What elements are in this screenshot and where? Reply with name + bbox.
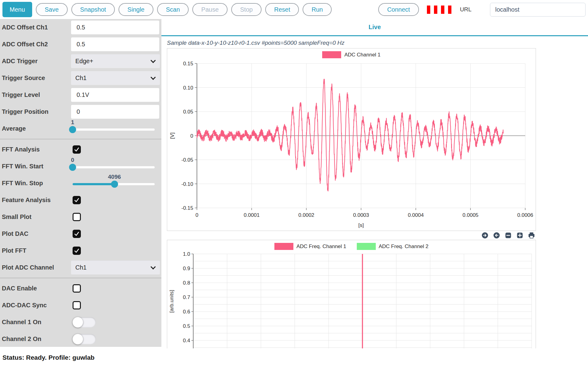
feature-analysis-checkbox[interactable] — [73, 196, 81, 204]
signal-bar-icon — [434, 6, 437, 14]
svg-text:0.0003: 0.0003 — [353, 212, 369, 218]
reset-button[interactable]: Reset — [265, 3, 299, 16]
section-divider — [0, 278, 161, 278]
setting-row: Channel 1 On — [0, 314, 161, 331]
channel2-on-label: Channel 2 On — [2, 335, 71, 343]
slider-thumb[interactable] — [111, 181, 118, 188]
svg-text:0.0001: 0.0001 — [244, 212, 260, 218]
connect-button[interactable]: Connect — [378, 3, 419, 16]
stop-button[interactable]: Stop — [231, 3, 262, 16]
fft-analysis-label: FFT Analysis — [2, 146, 71, 153]
connection-signal-bars-icon — [427, 6, 451, 14]
print-icon[interactable] — [528, 232, 535, 239]
legend-item-adc-freq-channel-1[interactable]: ADC Freq. Channel 1 — [274, 243, 346, 250]
signal-bar-icon — [448, 6, 451, 14]
section-divider — [0, 139, 161, 139]
pan-right-icon[interactable] — [481, 232, 488, 239]
url-label: URL — [460, 6, 472, 13]
toggle-knob[interactable] — [73, 334, 83, 344]
svg-text:[s]: [s] — [358, 222, 364, 228]
signal-bar-icon — [441, 6, 444, 14]
time-domain-plot[interactable]: 0.150.100.050-0.05-0.10-0.1500.00010.000… — [167, 48, 536, 231]
tab-live[interactable]: Live — [368, 24, 381, 31]
adc-dac-sync-checkbox[interactable] — [73, 301, 81, 309]
status-text: Status: Ready. Profile: guwlab — [2, 354, 95, 361]
setting-row: ADC Offset Ch2 — [0, 36, 161, 53]
time-domain-chart: ADC Channel 1 0.150.100.050-0.05-0.10-0.… — [167, 48, 536, 231]
svg-text:0.15: 0.15 — [183, 61, 193, 67]
fft-win-stop-slider[interactable]: 4096 — [73, 177, 155, 190]
plot-dac-checkbox[interactable] — [73, 230, 81, 238]
frequency-plot[interactable]: 1.00.90.80.70.60.50.4[arb.units] — [167, 240, 536, 348]
svg-text:1.0: 1.0 — [183, 251, 190, 257]
menu-button[interactable]: Menu — [2, 2, 32, 17]
trigger-level-input[interactable] — [71, 88, 159, 102]
fft-win-start-label: FFT Win. Start — [2, 163, 71, 170]
plot-adc-channel-label: Plot ADC Channel — [2, 264, 71, 271]
adc-trigger-label: ADC Trigger — [2, 58, 71, 65]
zoom-in-icon[interactable] — [516, 232, 523, 239]
fft-win-stop-label: FFT Win. Stop — [2, 180, 71, 187]
adc-offset-ch1-label: ADC Offset Ch1 — [2, 24, 71, 31]
svg-text:[V]: [V] — [169, 132, 175, 139]
slider-thumb[interactable] — [69, 164, 76, 171]
toolbar: Menu Save Snapshot Single Scan Pause Sto… — [0, 0, 588, 19]
legend-item-adc-freq-channel-2[interactable]: ADC Freq. Channel 2 — [357, 243, 429, 250]
trigger-position-input[interactable] — [71, 105, 159, 119]
frequency-chart: ADC Freq. Channel 1 ADC Freq. Channel 2 … — [167, 240, 536, 348]
setting-row: ADC Trigger Edge+ — [0, 53, 161, 70]
chevron-down-icon — [151, 75, 156, 80]
svg-text:0.0004: 0.0004 — [408, 212, 424, 218]
scan-button[interactable]: Scan — [157, 3, 189, 16]
dac-enable-label: DAC Enable — [2, 285, 71, 292]
dac-enable-checkbox[interactable] — [73, 284, 81, 293]
legend-label: ADC Freq. Channel 2 — [379, 243, 429, 250]
average-slider[interactable]: 1 — [73, 123, 155, 135]
setting-row: Trigger Position — [0, 103, 161, 120]
fft-win-start-slider[interactable]: 0 — [73, 160, 155, 173]
setting-row: Plot DAC — [0, 225, 161, 242]
settings-sidebar: ADC Offset Ch1 ADC Offset Ch2 ADC Trigge… — [0, 19, 161, 347]
channel2-on-toggle[interactable] — [73, 334, 96, 344]
setting-row: FFT Win. Stop 4096 — [0, 175, 161, 192]
save-button[interactable]: Save — [36, 3, 68, 16]
url-input[interactable] — [490, 3, 586, 17]
legend-label: ADC Channel 1 — [344, 52, 380, 58]
slider-track[interactable] — [73, 166, 155, 168]
pause-button[interactable]: Pause — [192, 3, 228, 16]
freq-chart-legend: ADC Freq. Channel 1 ADC Freq. Channel 2 — [167, 243, 536, 250]
signal-bar-icon — [427, 6, 430, 14]
plot-fft-label: Plot FFT — [2, 247, 71, 254]
main-content: Live Sample data-x-10-y-10-z10-r0-1.csv … — [161, 19, 588, 347]
slider-track[interactable] — [73, 183, 155, 185]
toggle-knob[interactable] — [73, 317, 83, 328]
zoom-out-icon[interactable] — [505, 232, 512, 239]
average-label: Average — [2, 125, 71, 132]
adc-trigger-select[interactable]: Edge+ — [71, 54, 160, 68]
legend-item-adc-channel-1[interactable]: ADC Channel 1 — [322, 51, 380, 58]
single-button[interactable]: Single — [119, 3, 153, 16]
svg-text:0.7: 0.7 — [183, 294, 190, 300]
plot-adc-channel-value: Ch1 — [75, 264, 87, 271]
legend-swatch — [274, 243, 293, 250]
adc-dac-sync-label: ADC-DAC Sync — [2, 302, 71, 309]
run-button[interactable]: Run — [303, 3, 332, 16]
sample-info-line: Sample data-x-10-y-10-z10-r0-1.csv #poin… — [167, 40, 588, 46]
slider-track[interactable] — [73, 128, 155, 131]
plot-adc-channel-select[interactable]: Ch1 — [71, 261, 160, 274]
slider-value: 1 — [71, 119, 74, 126]
svg-text:-0.05: -0.05 — [181, 157, 193, 163]
trigger-source-select[interactable]: Ch1 — [71, 71, 160, 85]
channel1-on-label: Channel 1 On — [2, 319, 71, 326]
small-plot-label: Small Plot — [2, 213, 71, 220]
adc-offset-ch2-input[interactable] — [71, 37, 159, 51]
plot-fft-checkbox[interactable] — [73, 247, 81, 255]
channel1-on-toggle[interactable] — [73, 317, 96, 328]
pan-left-icon[interactable] — [493, 232, 500, 239]
small-plot-checkbox[interactable] — [73, 213, 81, 221]
slider-thumb[interactable] — [69, 126, 76, 133]
snapshot-button[interactable]: Snapshot — [71, 3, 115, 16]
legend-swatch — [322, 51, 341, 58]
adc-offset-ch1-input[interactable] — [71, 21, 159, 34]
fft-analysis-checkbox[interactable] — [73, 145, 81, 154]
